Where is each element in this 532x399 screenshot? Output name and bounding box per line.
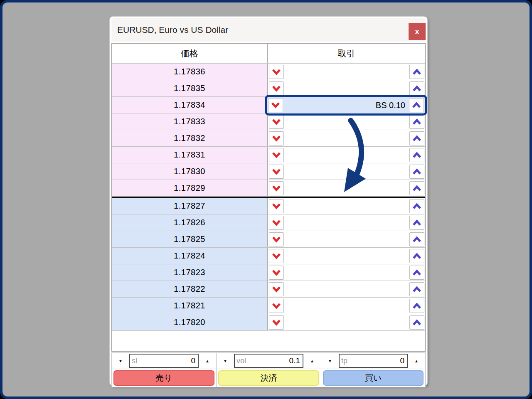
sell-chevron-button[interactable] <box>269 81 284 96</box>
price-cell: 1.17824 <box>112 248 268 264</box>
sell-chevron-button[interactable] <box>269 131 284 145</box>
chevron-up-icon <box>412 69 421 75</box>
trade-cell <box>268 214 425 231</box>
price-cell: 1.17820 <box>112 314 268 330</box>
chevron-down-icon <box>272 269 281 276</box>
vol-field[interactable]: vol 0.1 <box>234 354 303 368</box>
sell-chevron-button[interactable] <box>269 181 284 195</box>
vol-value: 0.1 <box>289 356 300 365</box>
chevron-up-icon <box>412 203 421 209</box>
trade-cell <box>268 264 425 281</box>
buy-chevron-button[interactable] <box>409 131 424 145</box>
vol-increment-button[interactable]: ▲ <box>303 359 321 363</box>
sl-increment-button[interactable]: ▲ <box>199 359 216 363</box>
tp-decrement-button[interactable]: ▼ <box>321 359 339 363</box>
tp-field[interactable]: tp 0 <box>339 354 408 368</box>
chevron-up-icon <box>412 219 421 226</box>
vol-group: ▼ vol 0.1 ▲ 決済 <box>216 352 321 387</box>
close-button[interactable]: x <box>409 23 426 40</box>
trade-column-header: 取引 <box>268 44 425 63</box>
chevron-down-icon <box>271 102 280 108</box>
buy-chevron-button[interactable] <box>409 148 424 162</box>
sell-chevron-button[interactable] <box>269 165 284 179</box>
price-cell: 1.17832 <box>112 130 268 146</box>
sell-chevron-button[interactable] <box>269 65 284 79</box>
table-row: 1.17830 <box>112 163 425 180</box>
table-row: 1.17833 <box>112 113 425 130</box>
vol-spinner: ▼ vol 0.1 ▲ <box>216 352 321 369</box>
price-cell: 1.17827 <box>112 198 268 214</box>
vol-decrement-button[interactable]: ▼ <box>217 359 234 363</box>
chevron-up-icon <box>412 319 421 326</box>
chevron-down-icon <box>272 203 281 209</box>
buy-button[interactable]: 買い <box>323 370 424 386</box>
chevron-down-icon <box>272 118 281 125</box>
tp-increment-button[interactable]: ▲ <box>408 359 425 363</box>
trade-cell <box>268 248 425 264</box>
chevron-down-icon <box>272 135 281 142</box>
chevron-down-icon <box>272 319 281 326</box>
table-row: 1.17832 <box>112 130 425 147</box>
close-position-button[interactable]: 決済 <box>218 370 319 386</box>
pending-order-highlight[interactable]: BS 0.10 <box>265 95 427 116</box>
trade-cell <box>268 314 425 330</box>
sell-chevron-button[interactable] <box>269 199 284 213</box>
sell-chevron-button[interactable] <box>269 266 284 280</box>
chevron-down-icon <box>272 236 281 243</box>
buy-chevron-button[interactable] <box>409 266 424 280</box>
chevron-down-icon <box>272 253 281 259</box>
sell-chevron-button[interactable] <box>269 148 284 162</box>
price-cell: 1.17823 <box>112 264 268 281</box>
price-cell: 1.17830 <box>112 163 268 180</box>
sell-chevron-button[interactable] <box>269 115 284 129</box>
vol-label: vol <box>236 357 246 365</box>
buy-chevron-button[interactable] <box>409 282 424 296</box>
price-cell: 1.17831 <box>112 147 268 163</box>
chevron-down-icon <box>272 168 281 175</box>
close-icon: x <box>415 27 419 36</box>
price-cell: 1.17821 <box>112 298 268 314</box>
buy-chevron-button[interactable] <box>409 232 424 246</box>
table-header: 価格 取引 <box>112 44 425 64</box>
depth-of-market-table: 価格 取引 1.17836 1.17835 <box>111 43 426 352</box>
sl-label: sl <box>132 357 137 365</box>
buy-chevron-button[interactable] <box>409 115 424 129</box>
order-label: BS 0.10 <box>283 101 409 110</box>
buy-chevron-button[interactable] <box>409 181 424 195</box>
buy-chevron-button[interactable] <box>409 315 424 330</box>
buy-chevron-button[interactable] <box>409 98 424 112</box>
buy-chevron-button[interactable] <box>409 165 424 179</box>
sell-chevron-button[interactable] <box>269 232 284 246</box>
price-cell: 1.17833 <box>112 113 268 130</box>
sell-chevron-button[interactable] <box>269 216 284 230</box>
sell-button[interactable]: 売り <box>113 370 214 386</box>
sl-decrement-button[interactable]: ▼ <box>112 359 129 363</box>
buy-chevron-button[interactable] <box>409 199 424 213</box>
sell-chevron-button[interactable] <box>268 98 283 112</box>
buy-chevron-button[interactable] <box>409 65 424 79</box>
buy-chevron-button[interactable] <box>409 216 424 230</box>
ask-rows: 1.17836 1.17835 <box>112 64 425 197</box>
table-row: 1.17821 <box>112 298 425 314</box>
chevron-up-icon <box>412 236 421 243</box>
sell-chevron-button[interactable] <box>269 249 284 263</box>
chevron-up-icon <box>412 102 421 108</box>
price-cell: 1.17835 <box>112 80 268 96</box>
buy-chevron-button[interactable] <box>409 249 424 263</box>
tp-value: 0 <box>400 356 404 365</box>
price-cell: 1.17826 <box>112 214 268 231</box>
tp-group: ▼ tp 0 ▲ 買い <box>321 352 426 387</box>
chevron-up-icon <box>412 253 421 259</box>
sell-chevron-button[interactable] <box>269 299 284 313</box>
buy-chevron-button[interactable] <box>409 299 424 313</box>
chevron-down-icon <box>272 152 281 158</box>
table-row: 1.17820 <box>112 314 425 331</box>
close-button-cell: 決済 <box>216 369 321 387</box>
sell-chevron-button[interactable] <box>269 282 284 296</box>
buy-chevron-button[interactable] <box>409 81 424 96</box>
sl-group: ▼ sl 0 ▲ 売り <box>111 352 216 387</box>
sell-chevron-button[interactable] <box>269 315 284 330</box>
sl-field[interactable]: sl 0 <box>129 354 199 368</box>
order-controls: ▼ sl 0 ▲ 売り ▼ vol 0.1 <box>111 352 426 387</box>
trade-cell <box>268 64 425 80</box>
